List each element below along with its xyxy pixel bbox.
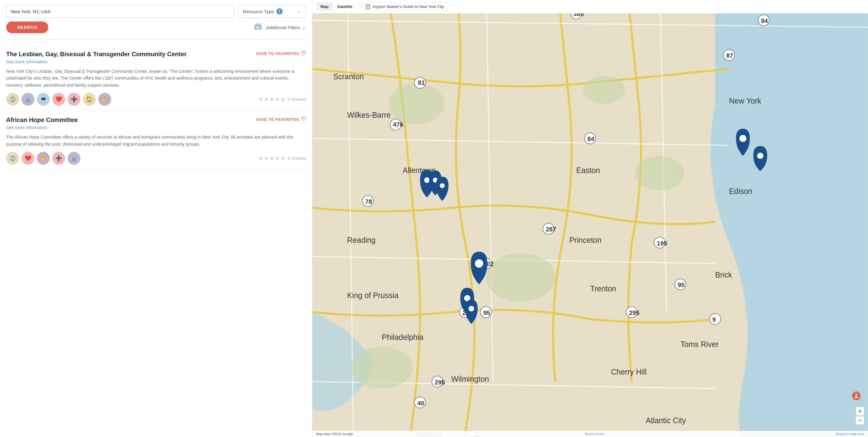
svg-text:Wilmington: Wilmington: [452, 375, 489, 383]
star-2-3: ★: [269, 155, 274, 162]
svg-point-81: [757, 153, 763, 159]
category-icon-support-2: ❤️: [22, 152, 34, 165]
star-2-5: ★: [280, 155, 285, 162]
svg-text:195: 195: [657, 240, 668, 247]
right-panel: Map Satellite Asylum Seeker's Guide to N…: [312, 0, 868, 437]
stars-reviews-2: ★ ★ ★ ★ ★ 0 reviews: [258, 155, 306, 162]
svg-point-77: [475, 259, 483, 268]
map-zoom-controls: + −: [856, 407, 864, 425]
result-title-2: African Hope Committee: [6, 116, 78, 124]
resource-type-dropdown[interactable]: Resource Type 1 ⌄: [238, 5, 306, 18]
stars-2: ★ ★ ★ ★ ★: [258, 155, 285, 162]
stars-1: ★ ★ ★ ★ ★: [258, 96, 285, 103]
star-3: ★: [269, 96, 274, 103]
result-title-1: The Lesbian, Gay, Bisexual & Transgender…: [6, 50, 187, 58]
svg-text:295: 295: [435, 379, 445, 386]
stars-reviews-1: ★ ★ ★ ★ ★ 0 reviews: [258, 96, 306, 103]
additional-filters-label: Additional Filters: [266, 25, 300, 30]
zoom-out-button[interactable]: −: [856, 416, 864, 425]
svg-text:81: 81: [418, 79, 425, 86]
category-icon-health-2: ➕: [52, 152, 65, 165]
resource-type-chevron-icon: ⌄: [297, 9, 301, 14]
reviews-count-2: 0 reviews: [288, 156, 306, 161]
category-icon-support: ❤️: [52, 93, 65, 106]
category-icon-legal: ⚖️: [6, 93, 19, 106]
category-icon-housing: 🏠: [83, 93, 96, 106]
left-panel: Resource Type 1 ⌄ SEARCH Additional Filt…: [0, 0, 312, 437]
svg-text:Cherry Hill: Cherry Hill: [611, 368, 647, 376]
heart-icon-1: ♡: [301, 50, 306, 57]
result-card-1: The Lesbian, Gay, Bisexual & Transgender…: [6, 45, 306, 111]
see-more-link-1[interactable]: See more information: [6, 59, 306, 64]
search-row: Resource Type 1 ⌄: [6, 5, 306, 18]
location-input[interactable]: [6, 5, 235, 18]
result-card-1-header: The Lesbian, Gay, Bisexual & Transgender…: [6, 50, 306, 58]
save-to-favorites-button-2[interactable]: SAVE TO FAVORITES ♡: [256, 116, 306, 123]
save-to-favorites-button-1[interactable]: SAVE TO FAVORITES ♡: [256, 50, 306, 57]
additional-filters-dropdown[interactable]: Additional Filters ⌄: [266, 25, 306, 30]
guide-label: Asylum Seeker's Guide to New York City: [372, 4, 444, 9]
svg-text:40: 40: [417, 400, 425, 407]
resource-type-label: Resource Type: [243, 9, 274, 14]
svg-text:Brick: Brick: [715, 270, 733, 279]
svg-point-12: [351, 347, 413, 389]
save-to-fav-label-2: SAVE TO FAVORITES: [256, 117, 299, 122]
star-2-2: ★: [264, 155, 269, 162]
icon-pills-2: ⚖️ ❤️ ✋ ➕ 🏛️: [6, 152, 81, 165]
svg-text:95: 95: [678, 282, 685, 288]
svg-point-9: [389, 83, 444, 125]
svg-point-13: [583, 76, 625, 104]
svg-point-3: [259, 26, 260, 27]
svg-rect-1: [256, 23, 260, 26]
svg-point-74: [424, 177, 430, 183]
result-footer-1: ⚖️ 🏛️ 💻 ❤️ ➕ 🏠 ✋ ★ ★ ★ ★ ★ 0 reviews: [6, 93, 306, 106]
svg-text:Trenton: Trenton: [590, 284, 616, 293]
map-tab-satellite[interactable]: Satellite: [333, 2, 356, 11]
svg-text:9: 9: [713, 316, 716, 323]
category-icon-civic-2: 🏛️: [68, 152, 81, 165]
result-description-2: The African Hope Committee offers a vari…: [6, 134, 306, 147]
svg-text:Atlantic City: Atlantic City: [646, 416, 686, 425]
svg-text:84: 84: [761, 18, 768, 24]
category-icon-community-2: ✋: [37, 152, 50, 165]
map-area[interactable]: Scranton Wilkes-Barre Allentown Reading …: [312, 13, 868, 437]
resource-type-badge: 1: [276, 8, 283, 14]
svg-text:295: 295: [629, 310, 640, 316]
result-card-2-header: African Hope Committee SAVE TO FAVORITES…: [6, 116, 306, 124]
svg-text:Easton: Easton: [576, 166, 600, 175]
svg-point-11: [636, 156, 684, 191]
map-terms[interactable]: Terms of Use: [585, 432, 604, 436]
svg-point-83: [856, 394, 857, 396]
svg-text:476: 476: [393, 121, 404, 128]
map-copyright: Map data ©2018 Google: [316, 432, 353, 436]
divider-1: [6, 39, 306, 40]
category-icon-legal-2: ⚖️: [6, 152, 19, 165]
svg-point-79: [469, 306, 474, 311]
svg-text:King of Prussia: King of Prussia: [347, 291, 398, 300]
map-bottom-bar: Map data ©2018 Google Terms of Use Repor…: [312, 431, 868, 437]
category-icon-tech: 💻: [37, 93, 50, 106]
svg-text:Reading: Reading: [347, 236, 376, 244]
map-report[interactable]: Report a map error: [836, 432, 864, 436]
star-2: ★: [264, 96, 269, 103]
svg-point-10: [486, 253, 556, 301]
svg-text:Edison: Edison: [729, 187, 752, 196]
see-more-link-2[interactable]: See more information: [6, 125, 306, 130]
map-tab-map[interactable]: Map: [316, 2, 333, 11]
star-5: ★: [280, 96, 285, 103]
search-button[interactable]: SEARCH: [6, 22, 48, 33]
zoom-in-button[interactable]: +: [856, 407, 864, 415]
result-card-2: African Hope Committee SAVE TO FAVORITES…: [6, 111, 306, 170]
svg-text:84: 84: [588, 136, 595, 142]
svg-text:287: 287: [546, 226, 556, 233]
additional-filters-chevron-icon: ⌄: [302, 25, 306, 30]
street-view-icon[interactable]: [852, 391, 861, 400]
star-1: ★: [258, 96, 263, 103]
print-icon[interactable]: [254, 23, 262, 32]
star-2-1: ★: [258, 155, 263, 162]
svg-rect-2: [256, 27, 260, 29]
svg-text:Scranton: Scranton: [333, 72, 364, 81]
guide-button[interactable]: Asylum Seeker's Guide to New York City: [362, 2, 448, 11]
save-to-fav-label-1: SAVE TO FAVORITES: [256, 51, 299, 56]
star-4: ★: [275, 96, 280, 103]
